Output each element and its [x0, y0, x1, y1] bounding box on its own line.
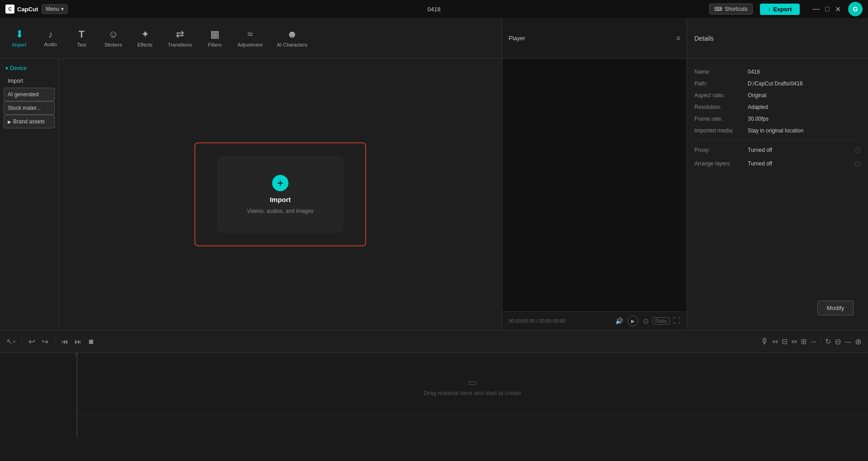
- detail-row-name: Name: 0418: [694, 66, 861, 78]
- project-title: 0418: [428, 6, 441, 13]
- tab-filters[interactable]: ▦ Filters: [200, 26, 230, 51]
- player-controls: 00:00:00:00 / 00:00:00:00 🔊 ▶ ⊙ Ratio ⛶: [502, 311, 687, 330]
- effects-icon: ✦: [141, 29, 149, 39]
- play-button[interactable]: ▶: [627, 315, 638, 326]
- transitions-icon: ⇄: [176, 29, 184, 39]
- split-button[interactable]: ⏮: [61, 338, 68, 345]
- trim-button[interactable]: ⏭: [75, 338, 81, 345]
- detail-row-resolution: Resolution: Adapted: [694, 101, 861, 113]
- tab-transitions[interactable]: ⇄ Transitions: [161, 26, 198, 51]
- player-menu-icon[interactable]: ≡: [676, 34, 680, 42]
- tab-import[interactable]: ⬇ Import: [5, 26, 34, 51]
- close-button[interactable]: ✕: [835, 5, 841, 14]
- app-name: CapCut: [17, 6, 38, 13]
- detail-label-resolution: Resolution:: [694, 104, 744, 110]
- detail-row-arrange: Arrange layers Turned off ⓘ: [694, 158, 861, 171]
- maximize-button[interactable]: □: [825, 5, 830, 13]
- sidebar-import-label: Import: [8, 78, 23, 84]
- player-volume-icon[interactable]: 🔊: [615, 317, 623, 325]
- timeline-marker: [77, 353, 77, 438]
- timeline-marker-num: 0: [75, 352, 78, 357]
- redo-button[interactable]: ↪: [42, 337, 48, 347]
- ratio-button[interactable]: Ratio: [652, 317, 670, 325]
- drag-label: ▭ Drag material here and start to create: [424, 377, 521, 396]
- detail-row-aspect: Aspect ratio: Original: [694, 89, 861, 101]
- tab-effects[interactable]: ✦ Effects: [130, 26, 160, 51]
- detail-row-imported: Imported media: Stay in original locatio…: [694, 125, 861, 136]
- tab-audio[interactable]: ♪ Audio: [36, 26, 65, 51]
- tab-text[interactable]: T Text: [67, 26, 96, 51]
- left-nav: ▾ Device Import AI generated Stock mater…: [0, 59, 58, 132]
- content-area: + Import Videos, audios, and images: [59, 59, 502, 330]
- avatar[interactable]: G: [848, 2, 863, 16]
- menu-button[interactable]: Menu ▾: [42, 4, 68, 14]
- minus-zoom-icon[interactable]: ⊖: [835, 337, 841, 347]
- sidebar-item-import[interactable]: Import: [4, 74, 55, 88]
- detail-label-arrange: Arrange layers: [694, 160, 744, 167]
- sidebar-item-ai-generated[interactable]: AI generated: [4, 88, 55, 101]
- player-area: 00:00:00:00 / 00:00:00:00 🔊 ▶ ⊙ Ratio ⛶: [502, 59, 687, 330]
- detail-label-aspect: Aspect ratio:: [694, 92, 744, 99]
- detail-label-proxy: Proxy:: [694, 147, 744, 153]
- keyboard-icon: ⌨: [714, 6, 722, 12]
- sidebar-item-stock-material[interactable]: Stock mater...: [4, 101, 55, 115]
- arrange-info-icon[interactable]: ⓘ: [854, 160, 861, 169]
- left-panel: ▾ Device Import AI generated Stock mater…: [0, 59, 59, 330]
- cursor-arrow: ▾: [13, 339, 15, 344]
- tool-divider-3: [821, 337, 821, 346]
- tool-divider-2: [55, 337, 55, 346]
- tab-import-label: Import: [12, 42, 26, 47]
- ai-characters-icon: ☻: [287, 29, 297, 39]
- expand-icon[interactable]: ↔: [810, 338, 817, 346]
- import-plus-button[interactable]: +: [272, 175, 288, 191]
- import-label: Import: [270, 196, 291, 203]
- tab-adjustment-label: Adjustment: [238, 42, 263, 47]
- screenshot-icon[interactable]: ⊙: [643, 317, 649, 325]
- mic-icon[interactable]: 🎙: [760, 337, 769, 346]
- export-icon: ↑: [768, 6, 771, 13]
- timeline-toolbar: ↖ ▾ ↩ ↪ ⏮ ⏭ ⏹ 🎙 ⇔ ⊟ ⇔ ⊞ ↔: [0, 330, 868, 353]
- tab-ai-characters[interactable]: ☻ AI Characters: [271, 26, 314, 51]
- plus-zoom-icon[interactable]: ⊕: [855, 337, 862, 347]
- detail-value-proxy: Turned off: [748, 147, 851, 153]
- tab-transitions-label: Transitions: [168, 42, 192, 47]
- zoom-slider[interactable]: —: [845, 338, 851, 345]
- modify-button[interactable]: Modify: [817, 301, 854, 315]
- redo-icon: ↪: [42, 337, 48, 347]
- link2-icon[interactable]: ⇔: [791, 337, 797, 346]
- window-controls: — □ ✕: [812, 5, 841, 14]
- nav-section-device[interactable]: ▾ Device: [4, 62, 55, 74]
- audio-icon: ♪: [48, 30, 53, 39]
- undo-button[interactable]: ↩: [28, 337, 35, 347]
- device-label: Device: [10, 65, 27, 71]
- proxy-info-icon[interactable]: ⓘ: [854, 147, 861, 155]
- import-zone[interactable]: + Import Videos, audios, and images: [194, 142, 366, 246]
- cursor-tool[interactable]: ↖ ▾: [6, 337, 15, 346]
- tab-filters-label: Filters: [208, 42, 222, 47]
- rotate-icon[interactable]: ↻: [825, 337, 831, 346]
- detail-value-imported: Stay in original location: [748, 127, 861, 134]
- top-section: ⬇ Import ♪ Audio T Text ☺ Stickers ✦ Eff…: [0, 18, 868, 59]
- detail-value-name: 0418: [748, 69, 861, 75]
- fullscreen-icon[interactable]: ⛶: [673, 317, 680, 325]
- detail-value-arrange: Turned off: [748, 160, 851, 167]
- grid-icon[interactable]: ⊞: [801, 337, 807, 346]
- filters-icon: ▦: [210, 29, 220, 39]
- sidebar-stock-material-label: Stock mater...: [8, 105, 41, 111]
- track-icon[interactable]: ⊟: [782, 337, 788, 346]
- delete-button[interactable]: ⏹: [88, 338, 94, 345]
- tab-adjustment[interactable]: ≈ Adjustment: [231, 26, 269, 51]
- detail-value-path: D:/CapCut Drafts/0418: [748, 80, 861, 87]
- text-icon: T: [79, 29, 85, 39]
- details-header: Details: [687, 18, 868, 58]
- trim-icon: ⏭: [75, 338, 81, 345]
- shortcuts-button[interactable]: ⌨ Shortcuts: [709, 4, 753, 14]
- details-footer: Modify: [687, 295, 868, 330]
- link-icon[interactable]: ⇔: [772, 337, 778, 346]
- export-button[interactable]: ↑ Export: [760, 4, 800, 15]
- minimize-button[interactable]: —: [812, 5, 820, 13]
- import-sublabel: Videos, audios, and images: [247, 208, 313, 214]
- tab-stickers[interactable]: ☺ Stickers: [98, 26, 128, 51]
- adjustment-icon: ≈: [247, 29, 253, 39]
- sidebar-item-brand-assets[interactable]: ▶ Brand assets: [4, 115, 55, 128]
